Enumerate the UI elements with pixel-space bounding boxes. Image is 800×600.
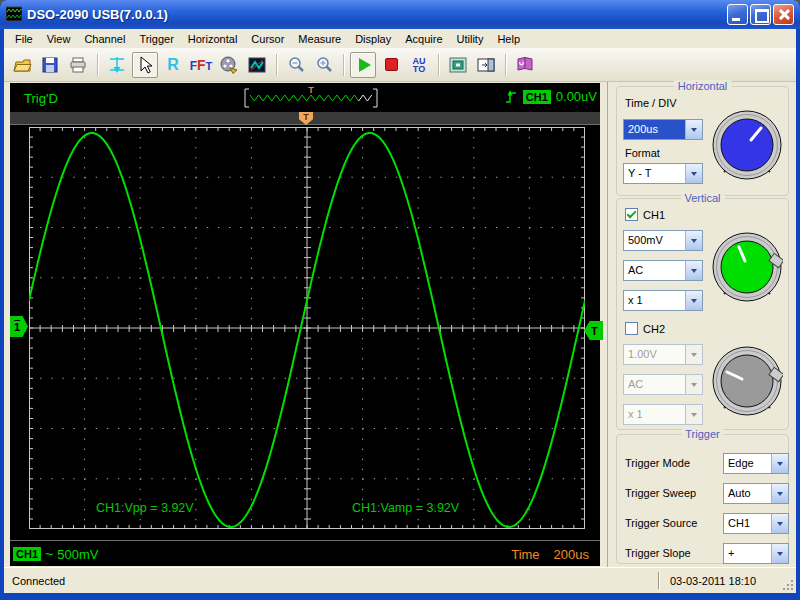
main-area: Trig'D T CH1 0.00uV T CH1:Vpp = 3	[4, 82, 796, 567]
toolbar-separator	[438, 54, 439, 76]
waveform-icon	[247, 55, 267, 75]
zoom-out-icon	[286, 55, 306, 75]
resize-grip[interactable]	[782, 573, 796, 593]
channel-settings-readout: CH1 ~ 500mV	[13, 546, 98, 562]
menu-cursor[interactable]: Cursor	[244, 31, 291, 47]
preview-trigger-marker[interactable]: T	[308, 85, 314, 95]
menu-channel[interactable]: Channel	[77, 31, 132, 47]
datetime: 03-03-2011 18:10	[660, 575, 782, 587]
zoom-out-button[interactable]	[283, 52, 309, 78]
ch2-coupling-select: AC	[623, 374, 703, 395]
channel1-position-marker[interactable]: 1	[10, 316, 28, 337]
window-title: DSO-2090 USB(7.0.0.1)	[27, 7, 722, 22]
chevron-down-icon	[771, 484, 788, 503]
select-cursor-button[interactable]	[132, 52, 158, 78]
checkbox-checked-icon	[625, 208, 638, 221]
chevron-down-icon	[685, 261, 702, 280]
help-button[interactable]	[512, 52, 538, 78]
self-cal-button[interactable]	[216, 52, 242, 78]
floppy-icon	[40, 55, 60, 75]
menu-utility[interactable]: Utility	[450, 31, 491, 47]
fullscreen-icon	[448, 55, 468, 75]
ch2-probe-select: x 1	[623, 404, 703, 425]
menubar: File View Channel Trigger Horizontal Cur…	[4, 29, 796, 48]
print-button[interactable]	[65, 52, 91, 78]
chevron-down-icon	[771, 454, 788, 473]
r-icon: R	[167, 56, 179, 74]
ch1-coupling-select[interactable]: AC	[623, 260, 703, 281]
ch1-volts-select[interactable]: 500mV	[623, 230, 703, 251]
ch1-probe-select[interactable]: x 1	[623, 290, 703, 311]
toolbar-separator	[97, 54, 98, 76]
maximize-button[interactable]	[750, 4, 771, 25]
chevron-down-icon	[771, 514, 788, 533]
channel-readout: CH1 0.00uV	[505, 89, 597, 104]
menu-measure[interactable]: Measure	[291, 31, 348, 47]
ch1-position-knob[interactable]	[711, 231, 783, 303]
minimize-button[interactable]	[727, 4, 748, 25]
menu-help[interactable]: Help	[490, 31, 527, 47]
ch2-position-knob[interactable]	[711, 345, 783, 417]
fft-icon: FFT	[190, 57, 213, 73]
waveform-preview[interactable]: T	[244, 88, 378, 108]
help-book-icon	[515, 55, 535, 75]
stop-button[interactable]	[378, 52, 404, 78]
menu-view[interactable]: View	[40, 31, 78, 47]
auto-button[interactable]: AUTO	[406, 52, 432, 78]
folder-open-icon	[12, 55, 32, 75]
titlebar[interactable]: DSO-2090 USB(7.0.0.1)	[0, 0, 800, 29]
horizontal-group: Horizontal Time / DIV 200us Format Y - T	[616, 86, 789, 196]
printer-icon	[68, 55, 88, 75]
panel-toggle-button[interactable]	[473, 52, 499, 78]
menu-file[interactable]: File	[8, 31, 40, 47]
zoom-in-button[interactable]	[311, 52, 337, 78]
format-label: Format	[625, 147, 660, 159]
start-button[interactable]	[350, 52, 376, 78]
play-icon	[359, 58, 371, 72]
trigger-level-marker[interactable]: T	[584, 321, 603, 340]
ch2-volts-select: 1.00V	[623, 344, 703, 365]
auto-icon: AUTO	[413, 57, 426, 73]
fullscreen-button[interactable]	[445, 52, 471, 78]
vpp-annotation: CH1:Vpp = 3.92V	[96, 501, 194, 515]
rising-edge-icon	[505, 89, 518, 104]
menu-trigger[interactable]: Trigger	[132, 31, 180, 47]
time-div-label: Time / DIV	[625, 97, 677, 109]
ch2-checkbox[interactable]: CH2	[625, 322, 665, 335]
time-div-select[interactable]: 200us	[623, 119, 703, 140]
measure-cursor-button[interactable]	[104, 52, 130, 78]
chevron-down-icon	[685, 291, 702, 310]
horizontal-knob[interactable]	[711, 109, 783, 181]
connection-status: Connected	[4, 575, 658, 587]
chevron-down-icon	[685, 120, 702, 139]
toolbar-separator	[276, 54, 277, 76]
open-button[interactable]	[9, 52, 35, 78]
toolbar-separator	[505, 54, 506, 76]
waveform-button[interactable]	[244, 52, 270, 78]
toolbar: R FFT AUTO	[4, 48, 796, 82]
trigger-status: Trig'D	[24, 91, 58, 106]
format-select[interactable]: Y - T	[623, 163, 703, 184]
volts-per-div-readout: 500mV	[57, 547, 98, 562]
trigger-sweep-select[interactable]: Auto	[723, 483, 789, 504]
menu-acquire[interactable]: Acquire	[398, 31, 449, 47]
trigger-slope-select[interactable]: +	[723, 543, 789, 564]
trigger-mode-select[interactable]: Edge	[723, 453, 789, 474]
menu-display[interactable]: Display	[348, 31, 398, 47]
close-button[interactable]	[773, 4, 794, 25]
menu-horizontal[interactable]: Horizontal	[181, 31, 245, 47]
save-button[interactable]	[37, 52, 63, 78]
trigger-source-label: Trigger Source	[625, 517, 697, 529]
scope-display: Trig'D T CH1 0.00uV T CH1:Vpp = 3	[10, 83, 600, 566]
time-readout: Time 200us	[511, 547, 589, 562]
chevron-down-icon	[685, 405, 702, 424]
trigger-source-select[interactable]: CH1	[723, 513, 789, 534]
stop-icon	[385, 58, 398, 71]
fft-button[interactable]: FFT	[188, 52, 214, 78]
ch1-checkbox[interactable]: CH1	[625, 208, 665, 221]
trigger-position-marker[interactable]: T	[299, 112, 313, 125]
trigger-position-strip[interactable]: T	[10, 112, 600, 125]
refresh-button[interactable]: R	[160, 52, 186, 78]
horizontal-group-title: Horizontal	[674, 80, 732, 92]
chevron-down-icon	[685, 164, 702, 183]
